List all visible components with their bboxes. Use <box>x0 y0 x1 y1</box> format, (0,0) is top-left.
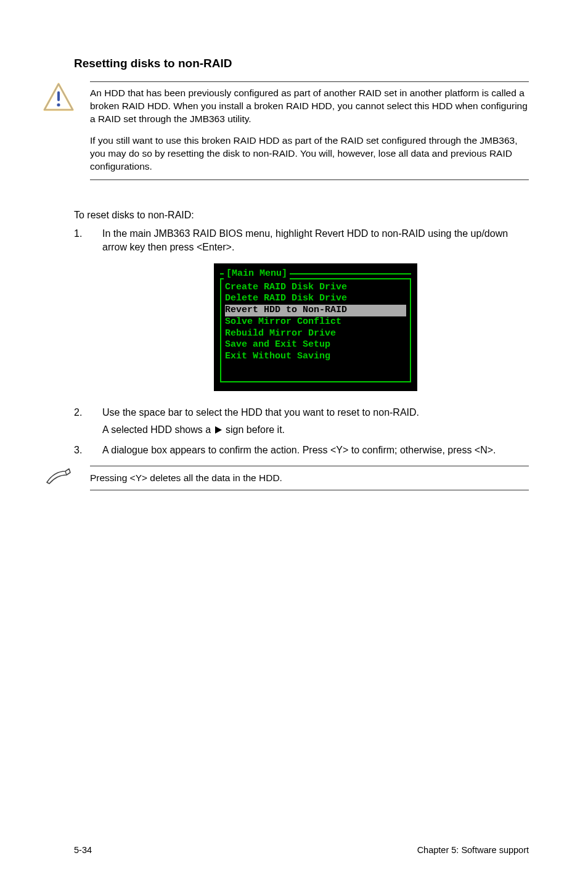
bios-menu-item: Create RAID Disk Drive <box>225 282 406 294</box>
note-pencil-icon <box>43 466 74 490</box>
step-3: A dialogue box appears to confirm the ac… <box>74 444 529 457</box>
bios-menu: [Main Menu] Create RAID Disk Drive Delet… <box>214 263 417 391</box>
step-1: In the main JMB363 RAID BIOS menu, highl… <box>74 227 529 391</box>
intro-text: To reset disks to non-RAID: <box>74 208 529 222</box>
warning-icon <box>43 83 74 113</box>
warning-paragraph-1: An HDD that has been previously configur… <box>90 87 529 126</box>
note-text: Pressing <Y> deletes all the data in the… <box>90 466 529 490</box>
step-2: Use the space bar to select the HDD that… <box>74 406 529 437</box>
warning-paragraph-2: If you still want to use this broken RAI… <box>90 134 529 173</box>
bios-menu-item: Rebuild Mirror Drive <box>225 328 406 340</box>
bios-menu-item: Save and Exit Setup <box>225 339 406 351</box>
step-3-text: A dialogue box appears to confirm the ac… <box>102 445 496 455</box>
section-heading: Resetting disks to non-RAID <box>74 57 529 70</box>
page-footer: 5-34 Chapter 5: Software support <box>74 845 529 855</box>
svg-rect-2 <box>57 91 60 101</box>
note-callout: Pressing <Y> deletes all the data in the… <box>43 466 529 490</box>
bios-menu-item: Exit Without Saving <box>225 351 406 363</box>
step-2b-pre: A selected HDD shows a <box>102 424 214 435</box>
bios-menu-item-selected: Revert HDD to Non-RAID <box>225 305 406 316</box>
svg-point-3 <box>57 103 60 106</box>
footer-page-number: 5-34 <box>74 845 92 855</box>
step-1-text: In the main JMB363 RAID BIOS menu, highl… <box>102 228 508 252</box>
step-2b-post: sign before it. <box>223 424 285 435</box>
bios-menu-item: Delete RAID Disk Drive <box>225 293 406 305</box>
triangle-play-icon <box>215 426 222 434</box>
step-2-text: Use the space bar to select the HDD that… <box>102 407 419 418</box>
footer-chapter: Chapter 5: Software support <box>417 845 529 855</box>
warning-callout: An HDD that has been previously configur… <box>43 81 529 180</box>
bios-menu-title: [Main Menu] <box>224 268 290 280</box>
svg-line-4 <box>65 471 67 475</box>
bios-menu-item: Solve Mirror Conflict <box>225 316 406 328</box>
